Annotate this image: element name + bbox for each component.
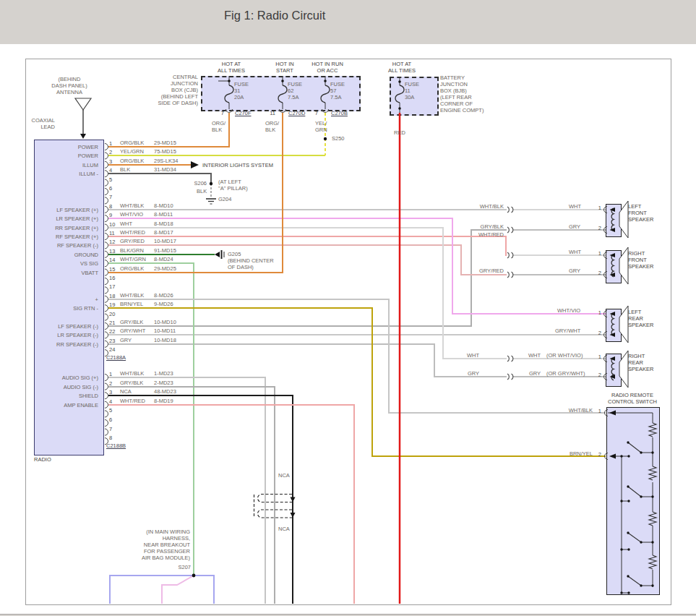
- pin-circuit-code: 91-MD15: [154, 247, 176, 254]
- radio-pin-label: LR SPEAKER (+): [19, 215, 98, 222]
- radio-pin-label: +: [19, 296, 98, 303]
- radio-pin-number: 19: [109, 301, 115, 308]
- radio-pin-label: LF SPEAKER (-): [19, 323, 98, 330]
- switch-node-dot: [620, 548, 622, 550]
- switch-node-dot: [651, 584, 653, 586]
- rf-pin-1: 1: [593, 250, 601, 257]
- pin-wire-color: WHT/RED: [120, 229, 145, 236]
- pin-circuit-code: 10-MD10: [154, 319, 176, 325]
- resistor-icon: [649, 555, 656, 569]
- pin-circuit-code: 8-MD17: [154, 229, 173, 236]
- connector-c270d[interactable]: C270D: [288, 110, 305, 116]
- radio-pin-number: 21: [109, 320, 115, 326]
- radio-pin-number: 4: [109, 398, 112, 405]
- radio-pin-arc-icon: [105, 323, 108, 330]
- radio-pin-number: 18: [109, 293, 115, 299]
- fuse-node-dot: [398, 107, 401, 110]
- radio-pin-number: 6: [109, 185, 112, 192]
- radio-pin-number: 13: [109, 248, 115, 254]
- radio-pin-number: 5: [109, 407, 112, 414]
- inline-connector-icon: [507, 207, 509, 213]
- radio-label: RADIO: [34, 456, 51, 463]
- pin-wire-color: WHT/RED: [120, 398, 145, 404]
- radio-pin-number: 10: [109, 221, 115, 228]
- switch-node-dot: [627, 500, 630, 502]
- radio-pin-label: GROUND: [19, 252, 98, 258]
- radio-pin-label: LF SPEAKER (+): [19, 207, 98, 213]
- radio-pin-number: 1: [109, 371, 112, 377]
- radio-pin-arc-icon: [105, 269, 108, 275]
- pin-wire-color: WHT/VIO: [120, 211, 143, 218]
- cjb-pin-3: 7: [306, 110, 318, 116]
- pin-wire-color: WHT/BLK: [120, 370, 144, 377]
- g204-wire: BLK: [197, 188, 207, 194]
- g204-note: (AT LEFT "A" PILLAR): [218, 179, 248, 192]
- pin-circuit-code: 48-MD23: [154, 388, 176, 395]
- pin-wire-color: ORG/BLK: [120, 265, 144, 272]
- fuse-31-label: FUSE 31 20A: [234, 81, 249, 100]
- switch-node-dot: [627, 548, 630, 550]
- pin-wire-color: ORG/BLK: [120, 158, 144, 164]
- rr-pin-2: 2: [593, 372, 601, 378]
- radio-pin-number: 6: [109, 416, 112, 423]
- radio-pin-number: 7: [109, 194, 112, 200]
- pin-circuit-code: 29-MD25: [154, 265, 176, 272]
- antenna-arrow-icon: [80, 134, 86, 139]
- fuse-11-label: FUSE 11 30A: [405, 81, 419, 100]
- interior-lights-arrow-icon: [191, 161, 199, 168]
- radio-pin-label: POWER: [19, 144, 98, 150]
- pin-wire-color: BRN/YEL: [120, 301, 143, 307]
- speaker-arrow-icon: [610, 208, 616, 212]
- pin-wire-color: WHT: [120, 221, 132, 227]
- ground-g204: G204: [218, 196, 231, 202]
- pin-wire-color: BLK: [120, 166, 130, 173]
- pin-circuit-code: 8-MD24: [154, 256, 173, 262]
- inline-connector-icon: [507, 272, 509, 278]
- inline-connector-icon: [512, 227, 513, 233]
- wire-arrow-icon: [291, 513, 296, 518]
- inline-connector-icon: [507, 356, 509, 362]
- radio-pin-label: LR SPEAKER (-): [19, 332, 98, 338]
- radio-pin-number: 3: [109, 389, 112, 395]
- switch-node-dot: [627, 441, 629, 443]
- cjb-pin-2: 11: [264, 110, 275, 116]
- pin-circuit-code: 1-MD23: [154, 370, 173, 377]
- connector-c270b[interactable]: C270B: [331, 110, 348, 116]
- radio-pin-number: 11: [109, 230, 115, 236]
- pin-circuit-code: 8-MD19: [154, 398, 173, 404]
- cjb-pin-1: 7: [212, 110, 224, 116]
- radio-pin-number: 2: [109, 149, 112, 155]
- connector-c2188a[interactable]: C2188A: [106, 354, 126, 361]
- resistor-icon: [649, 512, 656, 526]
- radio-pin-number: 5: [109, 176, 112, 183]
- radio-pin-arc-icon: [105, 305, 108, 312]
- pin-circuit-code: 29S-LK34: [154, 158, 178, 164]
- switch-wire-2: BRN/YEL: [558, 450, 593, 457]
- speaker-cone-icon: [619, 351, 628, 388]
- switch-node-dot: [627, 591, 630, 594]
- connector-c270f[interactable]: C270F: [235, 110, 252, 116]
- radio-pin-arc-icon: [105, 420, 108, 427]
- splice-s250-dot: [324, 137, 327, 140]
- connector-c2188b[interactable]: C2188B: [106, 442, 126, 449]
- alt-wht-vio: (OR WHT/VIO): [546, 352, 583, 359]
- wire-gry-wht-lr2: GRY/WHT: [555, 328, 580, 334]
- lf-pin-1: 1: [593, 205, 601, 211]
- pin-wire-color: WHT/GRN: [120, 256, 146, 262]
- splice-s207: S207: [172, 564, 191, 570]
- inline-connector-icon: [507, 227, 509, 233]
- connector-arc-icon: [280, 109, 286, 113]
- pin-circuit-code: 10-MD17: [154, 238, 176, 244]
- radio-pin-arc-icon: [105, 144, 108, 150]
- radio-pin-arc-icon: [105, 189, 108, 195]
- fuse-node-dot: [228, 80, 231, 82]
- switch-node-dot: [620, 500, 622, 502]
- radio-pin-arc-icon: [105, 375, 108, 381]
- cjb-head-2: HOT IN START: [265, 61, 304, 74]
- speaker-cone-icon: [619, 247, 628, 284]
- inline-connector-icon: [512, 272, 513, 278]
- splice-s250: S250: [332, 135, 345, 142]
- wire-arrow-icon: [291, 497, 296, 502]
- lr-pin-1: 1: [593, 309, 601, 316]
- radio-pin-number: 8: [109, 435, 112, 441]
